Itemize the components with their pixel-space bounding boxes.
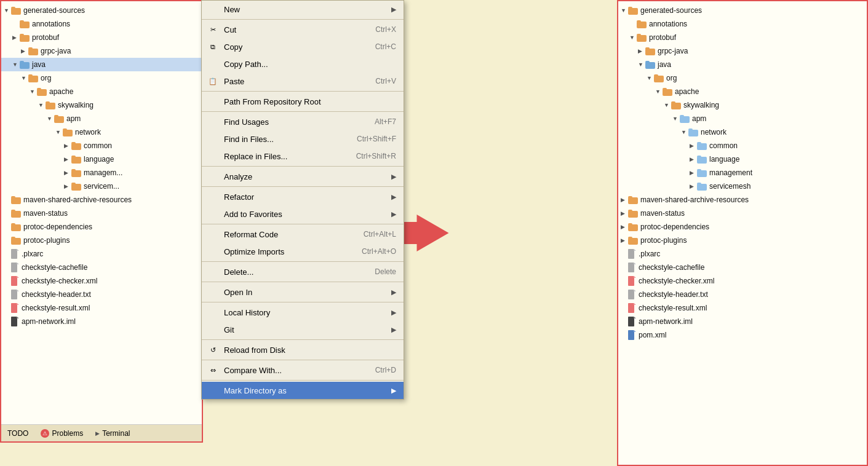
tree-item-label: org	[666, 74, 677, 82]
menu-item-label: Path From Repository Root	[224, 97, 396, 106]
svg-rect-19	[63, 128, 67, 131]
tree-item-plxarc[interactable]: .plxarc	[1, 247, 202, 261]
tree-item-r-maven-shared[interactable]: ▶ maven-shared-archive-resources	[618, 193, 867, 207]
tree-item-r-network[interactable]: ▼ network	[618, 125, 867, 139]
tree-item-label: grpc-java	[41, 47, 71, 55]
tab-todo[interactable]: TODO	[1, 425, 34, 441]
tree-item-label: protoc-plugins	[23, 236, 70, 245]
menu-item-replace-files[interactable]: Replace in Files... Ctrl+Shift+R	[202, 148, 404, 165]
tree-arrow: ▼	[638, 61, 645, 68]
tree-arrow: ▶	[64, 143, 71, 149]
tree-item-checkstyle-cache[interactable]: checkstyle-cachefile	[1, 261, 202, 274]
menu-item-git[interactable]: Git ▶	[202, 321, 404, 338]
tree-item-servicemesh[interactable]: ▶ servicem...	[1, 180, 202, 193]
tree-item-generated-sources[interactable]: ▼ generated-sources	[1, 4, 202, 17]
menu-item-open-in[interactable]: Open In ▶	[202, 283, 404, 301]
tree-item-r-grpc[interactable]: ▶ grpc-java	[618, 44, 867, 58]
menu-item-refactor[interactable]: Refactor ▶	[202, 188, 404, 205]
tree-item-label: java	[32, 60, 46, 69]
tree-item-r-language[interactable]: ▶ language	[618, 152, 867, 166]
tree-arrow: ▼	[681, 129, 688, 135]
tree-item-org[interactable]: ▼ org	[1, 71, 202, 85]
menu-item-analyze[interactable]: Analyze ▶	[202, 168, 404, 185]
menu-item-compare[interactable]: ⇔ Compare With... Ctrl+D	[202, 361, 404, 379]
tree-item-apache[interactable]: ▼ apache	[1, 85, 202, 98]
tree-item-r-plxarc[interactable]: .plxarc	[618, 247, 867, 261]
menu-item-local-history[interactable]: Local History ▶	[202, 304, 404, 321]
tree-item-r-pom[interactable]: pom.xml	[618, 328, 867, 342]
tree-item-r-checkstyle-cache[interactable]: checkstyle-cachefile	[618, 261, 867, 274]
tree-item-apm-network[interactable]: apm-network.iml	[1, 315, 202, 328]
tree-item-checkstyle-result[interactable]: checkstyle-result.xml	[1, 301, 202, 315]
tree-item-protoc-plug[interactable]: protoc-plugins	[1, 234, 202, 247]
tree-item-network[interactable]: ▼ network	[1, 125, 202, 139]
tree-item-r-apache[interactable]: ▼ apache	[618, 85, 867, 98]
tree-item-r-annotations[interactable]: annotations	[618, 17, 867, 31]
svg-marker-41	[17, 263, 19, 264]
tree-item-grpc-java[interactable]: ▶ grpc-java	[1, 44, 202, 58]
menu-item-copy[interactable]: ⧉ Copy Ctrl+C	[202, 38, 404, 55]
tree-item-skywalking[interactable]: ▼ skywalking	[1, 98, 202, 112]
svg-rect-99	[628, 290, 634, 299]
tree-arrow: ▶	[690, 143, 697, 149]
tree-item-r-apm-network[interactable]: apm-network.iml	[618, 315, 867, 328]
menu-item-add-favorites[interactable]: Add to Favorites ▶	[202, 205, 404, 223]
tree-item-r-org[interactable]: ▼ org	[618, 71, 867, 85]
tree-item-apm[interactable]: ▼ apm	[1, 112, 202, 125]
tree-item-r-maven-status[interactable]: ▶ maven-status	[618, 207, 867, 220]
tree-item-r-generated[interactable]: ▼ generated-sources	[618, 4, 867, 17]
menu-item-mark-dir[interactable]: Mark Directory as ▶	[202, 382, 404, 399]
tree-item-label: generated-sources	[640, 6, 702, 15]
tree-item-maven-status[interactable]: maven-status	[1, 207, 202, 220]
menu-item-cut[interactable]: ✂ Cut Ctrl+X	[202, 21, 404, 38]
menu-item-label: Reload from Disk	[224, 346, 396, 355]
tree-item-r-checkstyle-header[interactable]: checkstyle-header.txt	[618, 288, 867, 301]
tree-item-protoc-dep[interactable]: protoc-dependencies	[1, 220, 202, 234]
right-tree: ▼ generated-sources annotations ▼ protob…	[618, 1, 867, 344]
tree-item-r-management[interactable]: ▶ management	[618, 166, 867, 180]
tree-item-r-protoc-dep[interactable]: ▶ protoc-dependencies	[618, 220, 867, 234]
tree-item-language[interactable]: ▶ language	[1, 152, 202, 166]
tree-item-java[interactable]: ▼ java	[1, 58, 202, 71]
menu-item-optimize[interactable]: Optimize Imports Ctrl+Alt+O	[202, 243, 404, 260]
svg-rect-75	[697, 142, 701, 144]
tree-item-annotations[interactable]: annotations	[1, 17, 202, 31]
menu-item-new[interactable]: New ▶	[202, 1, 404, 18]
tree-item-r-checkstyle-result[interactable]: checkstyle-result.xml	[618, 301, 867, 315]
menu-item-find-usages[interactable]: Find Usages Alt+F7	[202, 113, 404, 130]
tree-item-label: generated-sources	[23, 6, 85, 15]
tree-item-r-skywalking[interactable]: ▼ skywalking	[618, 98, 867, 112]
tree-item-maven-shared[interactable]: maven-shared-archive-resources	[1, 193, 202, 207]
tree-item-r-common[interactable]: ▶ common	[618, 139, 867, 152]
menu-item-paste[interactable]: 📋 Paste Ctrl+V	[202, 73, 404, 90]
tree-item-label: skywalking	[683, 101, 719, 109]
tree-arrow: ▶	[690, 183, 697, 189]
tab-problems[interactable]: ⚠ Problems	[34, 425, 89, 441]
tree-item-label: language	[84, 155, 114, 164]
tree-item-r-java[interactable]: ▼ java	[618, 58, 867, 71]
menu-shortcut: Alt+F7	[375, 117, 396, 126]
tree-item-checkstyle-header[interactable]: checkstyle-header.txt	[1, 288, 202, 301]
svg-rect-65	[654, 74, 658, 77]
tree-item-label: annotations	[649, 20, 687, 28]
tree-item-r-protoc-plug[interactable]: ▶ protoc-plugins	[618, 234, 867, 247]
tree-item-r-protobuf[interactable]: ▼ protobuf	[618, 31, 867, 44]
tree-item-protobuf[interactable]: ▶ protobuf	[1, 31, 202, 44]
tree-item-management[interactable]: ▶ managem...	[1, 166, 202, 180]
svg-rect-96	[628, 276, 634, 286]
tree-arrow: ▼	[664, 102, 671, 108]
tree-item-r-apm[interactable]: ▼ apm	[618, 112, 867, 125]
submenu-arrow-icon: ▶	[391, 210, 396, 218]
tree-item-r-servicemesh[interactable]: ▶ servicemesh	[618, 180, 867, 193]
menu-item-delete[interactable]: Delete... Delete	[202, 263, 404, 280]
menu-item-reformat[interactable]: Reformat Code Ctrl+Alt+L	[202, 226, 404, 243]
tab-terminal[interactable]: ▶ Terminal	[89, 425, 136, 441]
menu-item-find-files[interactable]: Find in Files... Ctrl+Shift+F	[202, 130, 404, 148]
tree-arrow: ▶	[638, 48, 645, 54]
tree-item-r-checkstyle-checker[interactable]: checkstyle-checker.xml	[618, 274, 867, 288]
menu-item-path-repo[interactable]: Path From Repository Root	[202, 93, 404, 110]
menu-item-copy-path[interactable]: Copy Path...	[202, 55, 404, 73]
menu-item-reload[interactable]: ↺ Reload from Disk	[202, 341, 404, 358]
tree-item-checkstyle-checker[interactable]: checkstyle-checker.xml	[1, 274, 202, 288]
tree-item-common[interactable]: ▶ common	[1, 139, 202, 152]
